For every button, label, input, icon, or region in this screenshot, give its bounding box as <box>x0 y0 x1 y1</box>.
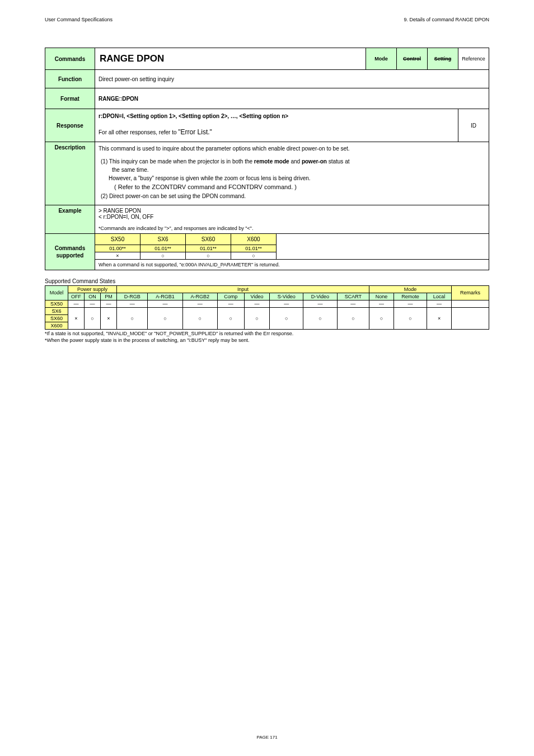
desc-p4: (2) Direct power-on can be set using the… <box>101 193 246 199</box>
mode-header: Mode <box>366 48 397 70</box>
st-argb2: A-RGB2 <box>182 293 217 300</box>
function-text: Direct power-on setting inquiry <box>95 70 489 88</box>
st-drgb: D-RGB <box>117 293 148 300</box>
st-remarks: Remarks <box>452 285 489 300</box>
st-row-model: SX60 <box>45 314 68 322</box>
sup-r2-3: ○ <box>231 252 277 259</box>
st-mode: Mode <box>369 285 452 293</box>
st-cell: × <box>427 307 452 329</box>
st-cell: ― <box>303 300 338 307</box>
st-cell: ○ <box>270 307 303 329</box>
label-function: Function <box>45 70 95 88</box>
sup-h-3: X600 <box>231 233 277 245</box>
reference-header: Reference <box>458 48 489 70</box>
st-cell: ― <box>244 300 270 307</box>
st-cell: ― <box>68 300 85 307</box>
st-cell: ○ <box>85 307 101 329</box>
st-cell: ― <box>101 300 117 307</box>
sup-r1-2: 01.01** <box>186 245 231 252</box>
format-text: RANGE□DPON <box>99 96 138 102</box>
sup-r1-0: 01.00** <box>95 245 140 252</box>
response-line1: r:DPON=I, <Setting option 1>, <Setting o… <box>99 113 288 119</box>
st-cell: ○ <box>369 307 394 329</box>
response-line2a: For all other responses, refer to <box>99 129 178 135</box>
st-comp: Comp <box>217 293 244 300</box>
desc-p2: However, a "busy" response is given whil… <box>99 174 485 182</box>
desc-p1c: and <box>289 158 302 165</box>
response-id: ID <box>458 109 489 142</box>
header-left: User Command Specifications <box>45 17 113 22</box>
st-argb1: A-RGB1 <box>148 293 182 300</box>
states-table: Model Power supply Input Mode Remarks OF… <box>45 285 489 330</box>
sup-r2-0: × <box>95 252 140 259</box>
st-remote: Remote <box>394 293 427 300</box>
header-right: 9. Details of command RANGE DPON <box>404 17 489 22</box>
label-commands: Commands <box>45 48 95 70</box>
command-title: RANGE DPON <box>100 53 164 64</box>
st-dvideo: D-Video <box>303 293 338 300</box>
st-off: OFF <box>68 293 85 300</box>
st-scart: SCART <box>337 293 369 300</box>
st-row-model: SX6 <box>45 307 68 314</box>
states-title: Supported Command States <box>45 278 489 284</box>
st-svideo: S-Video <box>270 293 303 300</box>
st-cell: × <box>68 307 85 329</box>
st-cell: ― <box>427 300 452 307</box>
control-header: Control <box>397 48 428 70</box>
example-l1: > RANGE DPON <box>99 208 485 214</box>
st-row-model: X600 <box>45 322 68 329</box>
st-model: Model <box>45 285 68 300</box>
sup-h-0: SX50 <box>95 233 140 245</box>
st-cell: ― <box>270 300 303 307</box>
page-header: User Command Specifications 9. Details o… <box>45 17 489 22</box>
sup-r2-1: ○ <box>140 252 186 259</box>
st-cell: ○ <box>337 307 369 329</box>
sup-footer: When a command is not supported, "e:000A… <box>95 259 489 270</box>
sup-h-2: SX60 <box>186 233 231 245</box>
footnote-2: *When the power supply state is in the p… <box>45 337 489 343</box>
st-cell: ○ <box>117 307 148 329</box>
label-cmds-sup-1: Commands <box>49 245 91 252</box>
st-cell: ― <box>182 300 217 307</box>
st-cell: ― <box>337 300 369 307</box>
st-cell: ― <box>217 300 244 307</box>
sup-r1-3: 01.01** <box>231 245 277 252</box>
desc-p1f: the same time. <box>99 166 485 174</box>
st-cell: ― <box>85 300 101 307</box>
command-spec-table: Commands RANGE DPON Mode Control Setting… <box>45 48 489 270</box>
st-cell: ○ <box>148 307 182 329</box>
st-cell: ― <box>394 300 427 307</box>
st-cell: ○ <box>303 307 338 329</box>
sup-r1-1: 01.01** <box>140 245 186 252</box>
st-rem <box>452 307 489 329</box>
st-row-model: SX50 <box>45 300 68 307</box>
st-rem <box>452 300 489 307</box>
st-cell: ― <box>117 300 148 307</box>
sup-r2-2: ○ <box>186 252 231 259</box>
label-example: Example <box>45 205 95 233</box>
example-l2: < r:DPON=I, ON, OFF <box>99 214 485 220</box>
st-video: Video <box>244 293 270 300</box>
st-power: Power supply <box>68 285 117 293</box>
st-cell: × <box>101 307 117 329</box>
setting-header: Setting <box>428 48 458 70</box>
response-line2b: "Error List." <box>178 128 212 136</box>
st-cell: ○ <box>244 307 270 329</box>
footnote-1: *If a state is not supported, "INVALID_M… <box>45 331 489 336</box>
label-response: Response <box>45 109 95 142</box>
st-cell: ○ <box>182 307 217 329</box>
desc-p1b: remote mode <box>254 158 289 165</box>
st-none: None <box>369 293 394 300</box>
desc-p1e: status at <box>327 158 350 165</box>
desc-intro: This command is used to inquire about th… <box>99 144 485 153</box>
st-on: ON <box>85 293 101 300</box>
page-number: PAGE 171 <box>45 735 489 740</box>
desc-p1d: power-on <box>302 158 327 165</box>
st-input: Input <box>117 285 369 293</box>
label-description: Description <box>45 142 95 205</box>
sup-h-1: SX6 <box>140 233 186 245</box>
st-local: Local <box>427 293 452 300</box>
st-pm: PM <box>101 293 117 300</box>
label-format: Format <box>45 88 95 109</box>
label-cmds-sup-2: supported <box>49 252 91 259</box>
